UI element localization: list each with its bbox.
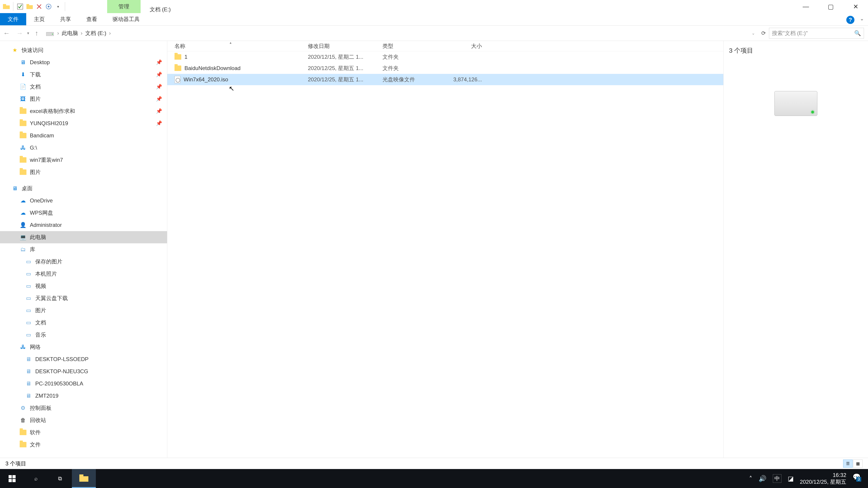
qat-checkbox-icon[interactable] — [16, 2, 24, 11]
tree-libraries[interactable]: 🗂 库 — [0, 243, 167, 256]
volume-icon[interactable]: 🔊 — [758, 475, 767, 482]
taskbar-explorer[interactable] — [72, 469, 96, 488]
ime-indicator[interactable]: 中 — [773, 474, 781, 483]
tab-home[interactable]: 主页 — [26, 13, 53, 25]
search-button[interactable]: ⌕ — [24, 469, 48, 488]
tree-administrator[interactable]: 👤 Administrator — [0, 219, 167, 231]
ribbon-expand-icon[interactable]: ⌄ — [860, 16, 864, 22]
folder-icon: 🖼 — [20, 95, 27, 103]
tree-library-item[interactable]: ▭保存的图片 — [0, 256, 167, 268]
taskbar-clock[interactable]: 16:32 2020/12/25, 星期五 — [800, 472, 846, 485]
star-icon: ★ — [11, 46, 19, 54]
tree-quick-item[interactable]: 🖧G:\ — [0, 142, 167, 154]
navigation-pane[interactable]: ★ 快速访问 🖥Desktop📌⬇下载📌📄文档📌🖼图片📌excel表格制作求和📌… — [0, 41, 167, 458]
crumb-drive[interactable]: 文档 (E:) — [84, 30, 107, 37]
tree-quick-item[interactable]: 图片 — [0, 166, 167, 178]
folder-icon — [20, 132, 27, 139]
view-details-button[interactable]: ☰ — [843, 459, 852, 468]
tree-quick-item[interactable]: win7重装win7 — [0, 154, 167, 166]
tree-files[interactable]: 文件 — [0, 438, 167, 451]
tree-quick-item[interactable]: 🖥Desktop📌 — [0, 56, 167, 68]
tree-library-item[interactable]: ▭文档 — [0, 317, 167, 329]
tree-library-item[interactable]: ▭本机照片 — [0, 268, 167, 280]
tree-network-pc[interactable]: 🖥ZMT2019 — [0, 390, 167, 402]
pc-icon: 🖥 — [25, 380, 32, 387]
tree-recycle-bin[interactable]: 🗑 回收站 — [0, 414, 167, 426]
security-icon[interactable]: ◪ — [788, 475, 794, 482]
file-row[interactable]: BaiduNetdiskDownload2020/12/25, 星期五 1...… — [167, 63, 723, 74]
tray-overflow-icon[interactable]: ˄ — [749, 475, 752, 482]
refresh-button[interactable]: ⟳ — [758, 30, 769, 36]
qat-folder-icon[interactable] — [26, 2, 34, 11]
recent-locations-icon[interactable]: ▾ — [26, 31, 30, 36]
search-input[interactable]: 搜索"文档 (E:)" 🔍 — [769, 28, 864, 39]
column-date[interactable]: 修改日期 — [308, 42, 382, 50]
tree-library-item[interactable]: ▭天翼云盘下载 — [0, 292, 167, 304]
chevron-right-icon[interactable]: › — [107, 30, 112, 36]
user-icon: 👤 — [20, 221, 27, 229]
close-button[interactable]: ✕ — [843, 0, 868, 13]
file-list[interactable]: ▴ 名称 修改日期 类型 大小 12020/12/15, 星期二 1...文件夹… — [167, 41, 723, 458]
tree-quick-item[interactable]: YUNQISHI2019📌 — [0, 117, 167, 129]
tab-drive-tools[interactable]: 驱动器工具 — [105, 13, 147, 25]
column-type[interactable]: 类型 — [382, 42, 443, 50]
help-icon[interactable]: ? — [846, 16, 855, 24]
app-icon[interactable] — [2, 2, 10, 11]
tab-share[interactable]: 共享 — [53, 13, 79, 25]
svg-rect-9 — [79, 476, 88, 482]
column-size[interactable]: 大小 — [443, 42, 482, 50]
tree-quick-access[interactable]: ★ 快速访问 — [0, 44, 167, 56]
ribbon-context-tab[interactable]: 管理 — [107, 0, 141, 13]
column-headers[interactable]: ▴ 名称 修改日期 类型 大小 — [167, 41, 723, 51]
tree-control-panel[interactable]: ⚙ 控制面板 — [0, 402, 167, 414]
tree-software[interactable]: 软件 — [0, 426, 167, 438]
drive-icon — [45, 29, 55, 38]
start-button[interactable] — [0, 469, 24, 488]
taskbar[interactable]: ⌕ ⧉ ˄ 🔊 中 ◪ 16:32 2020/12/25, 星期五 💬 3 — [0, 469, 868, 488]
tab-view[interactable]: 查看 — [79, 13, 105, 25]
tree-quick-item[interactable]: 📄文档📌 — [0, 80, 167, 93]
tree-library-item[interactable]: ▭音乐 — [0, 329, 167, 341]
tree-network-pc[interactable]: 🖥DESKTOP-NJEU3CG — [0, 365, 167, 378]
file-row[interactable]: 12020/12/15, 星期二 1...文件夹 — [167, 51, 723, 63]
system-tray[interactable]: ˄ 🔊 中 ◪ 16:32 2020/12/25, 星期五 💬 3 — [749, 469, 868, 488]
tree-quick-item[interactable]: 🖼图片📌 — [0, 93, 167, 105]
qat-properties-icon[interactable] — [44, 2, 53, 11]
view-thumbnails-button[interactable]: ▦ — [853, 459, 863, 468]
crumb-this-pc[interactable]: 此电脑 — [60, 30, 79, 37]
tree-library-item[interactable]: ▭图片 — [0, 304, 167, 317]
chevron-right-icon[interactable]: › — [79, 30, 84, 36]
tree-network-pc[interactable]: 🖥PC-20190530OBLA — [0, 378, 167, 390]
folder-icon — [20, 429, 27, 436]
tree-desktop-root[interactable]: 🖥 桌面 — [0, 182, 167, 195]
up-button[interactable]: ↑ — [30, 27, 43, 40]
qat-dropdown-icon[interactable]: ▾ — [54, 2, 62, 11]
quick-access-toolbar: ▾ — [0, 2, 66, 11]
search-icon[interactable]: 🔍 — [854, 30, 861, 36]
address-dropdown-icon[interactable]: ⌄ — [751, 31, 756, 36]
file-row[interactable]: Win7x64_2020.iso2020/12/25, 星期五 1...光盘映像… — [167, 74, 723, 85]
task-view-button[interactable]: ⧉ — [48, 469, 72, 488]
tree-quick-item[interactable]: Bandicam — [0, 129, 167, 142]
back-button[interactable]: ← — [0, 27, 13, 40]
forward-button[interactable]: → — [13, 27, 26, 40]
qat-delete-icon[interactable] — [35, 2, 43, 11]
chevron-right-icon[interactable]: › — [56, 30, 60, 36]
tree-quick-item[interactable]: ⬇下载📌 — [0, 68, 167, 80]
pc-icon: 🖥 — [25, 392, 32, 399]
tree-network[interactable]: 🖧 网络 — [0, 341, 167, 353]
tree-library-item[interactable]: ▭视频 — [0, 280, 167, 292]
action-center-button[interactable]: 💬 3 — [852, 473, 864, 484]
tree-wps[interactable]: ☁ WPS网盘 — [0, 207, 167, 219]
tree-quick-item[interactable]: excel表格制作求和📌 — [0, 105, 167, 117]
column-name[interactable]: 名称 — [175, 42, 308, 50]
tree-this-pc[interactable]: 💻 此电脑 — [0, 231, 167, 243]
breadcrumb[interactable]: › 此电脑 › 文档 (E:) › ⌄ — [45, 28, 756, 39]
desktop-icon: 🖥 — [11, 185, 19, 192]
maximize-button[interactable]: ▢ — [818, 0, 843, 13]
tab-file[interactable]: 文件 — [0, 13, 26, 25]
minimize-button[interactable]: — — [794, 0, 818, 13]
pc-icon: 🖥 — [25, 368, 32, 375]
tree-onedrive[interactable]: ☁ OneDrive — [0, 195, 167, 207]
tree-network-pc[interactable]: 🖥DESKTOP-LSSOEDP — [0, 353, 167, 365]
